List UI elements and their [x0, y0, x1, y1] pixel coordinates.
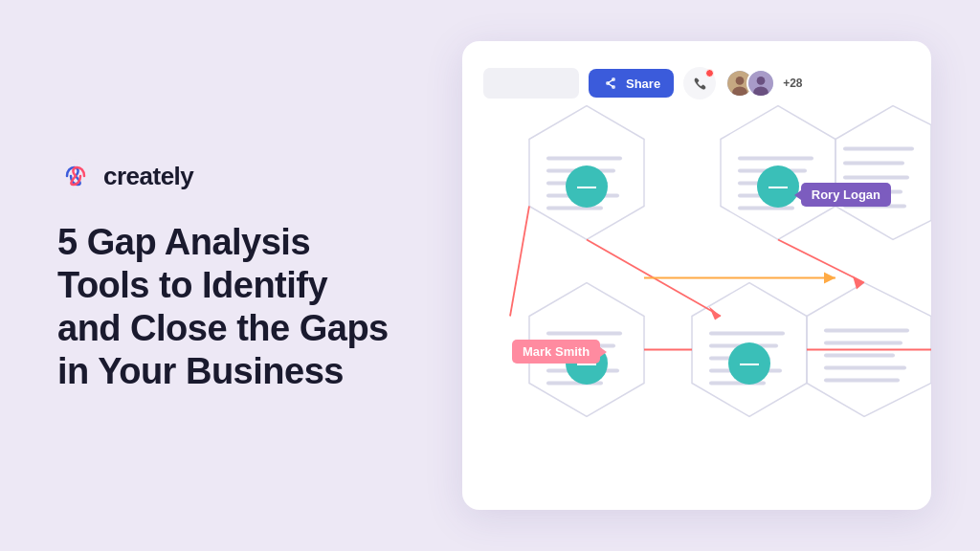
left-panel: creately 5 Gap Analysis Tools to Identif…: [0, 112, 440, 438]
mark-label: Mark Smith: [512, 340, 600, 364]
svg-line-4: [608, 79, 613, 83]
teal-circle-top-right: [757, 165, 799, 208]
rory-label: Rory Logan: [801, 183, 891, 207]
diagram-svg: [462, 41, 931, 510]
avatar-group[interactable]: +28: [725, 69, 802, 98]
logo-text: creately: [103, 162, 193, 191]
svg-marker-24: [835, 106, 931, 240]
svg-marker-51: [824, 273, 835, 284]
search-bar[interactable]: [483, 68, 579, 99]
svg-marker-53: [853, 276, 864, 290]
teal-circle-top-left: [566, 165, 608, 208]
teal-circle-bottom-right: [728, 342, 770, 385]
svg-line-5: [608, 83, 613, 87]
share-icon: [602, 75, 619, 92]
logo-area: creately: [57, 158, 394, 194]
avatar-2: [746, 69, 775, 98]
svg-line-52: [778, 240, 864, 283]
toolbar: Share: [483, 62, 910, 104]
right-panel: Share: [440, 0, 980, 551]
svg-line-55: [510, 207, 529, 317]
call-dot: [705, 69, 714, 77]
share-label: Share: [626, 77, 660, 91]
svg-point-10: [757, 77, 766, 85]
svg-marker-49: [709, 307, 721, 320]
page-title: 5 Gap Analysis Tools to Identify and Clo…: [57, 221, 394, 392]
svg-point-7: [736, 77, 745, 85]
share-button[interactable]: Share: [589, 69, 674, 98]
canvas-card: Share: [462, 41, 931, 510]
creately-logo-icon: [57, 158, 94, 194]
call-button[interactable]: [683, 67, 716, 99]
avatar-count: +28: [783, 77, 802, 90]
